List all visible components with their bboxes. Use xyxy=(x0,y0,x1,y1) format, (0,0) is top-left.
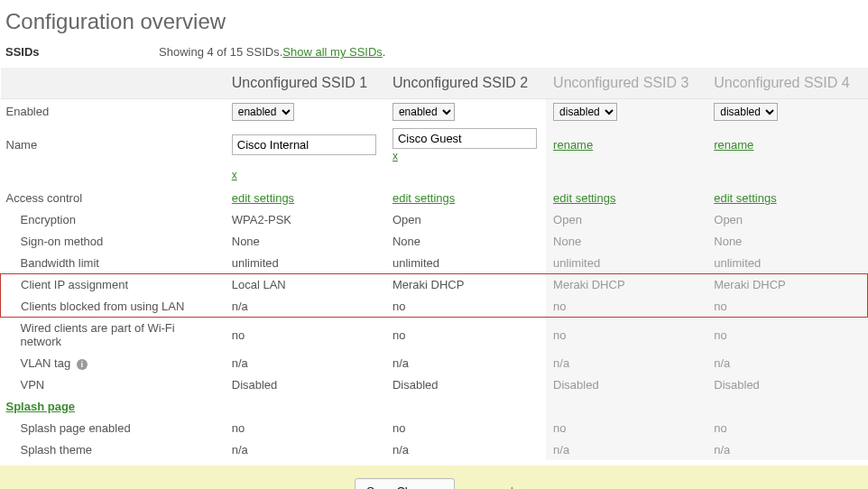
wired-ssid3: no xyxy=(546,318,706,353)
wired-ssid2: no xyxy=(385,318,546,353)
enabled-select-ssid2[interactable]: enabled xyxy=(392,103,455,121)
row-splash-label: Splash page xyxy=(1,395,225,417)
col-header-ssid2: Unconfigured SSID 2 xyxy=(385,68,546,98)
config-table: Unconfigured SSID 1 Unconfigured SSID 2 … xyxy=(0,68,868,460)
ssids-showing-text: Showing 4 of 15 SSIDs. xyxy=(159,45,282,59)
save-button[interactable]: Save Changes xyxy=(355,478,455,489)
enabled-select-ssid3[interactable]: disabled xyxy=(553,103,617,121)
ssids-summary: SSIDs Showing 4 of 15 SSIDs. Show all my… xyxy=(5,45,868,59)
row-bandwidth-label: Bandwidth limit xyxy=(1,253,225,274)
blocked-ssid3: no xyxy=(546,296,706,318)
clientip-ssid1: Local LAN xyxy=(225,274,385,296)
row-splash-theme-label: Splash theme xyxy=(1,438,225,460)
signon-ssid3: None xyxy=(546,231,706,253)
cancel-link[interactable]: cancel xyxy=(479,484,513,489)
row-clientip-label: Client IP assignment xyxy=(1,274,225,296)
name-input-ssid1[interactable] xyxy=(232,134,376,155)
name-input-ssid2[interactable] xyxy=(392,128,537,149)
signon-ssid4: None xyxy=(706,231,867,253)
name-clear-ssid1[interactable]: x xyxy=(232,169,237,181)
edit-settings-ssid3[interactable]: edit settings xyxy=(553,191,615,205)
splash-theme-ssid2: n/a xyxy=(385,438,546,460)
row-enabled-label: Enabled xyxy=(1,98,225,125)
clientip-ssid4: Meraki DHCP xyxy=(706,274,867,296)
splash-enabled-ssid1: no xyxy=(225,417,385,438)
vlan-ssid4: n/a xyxy=(706,352,867,374)
edit-settings-ssid4[interactable]: edit settings xyxy=(714,191,776,205)
wired-ssid1: no xyxy=(225,318,385,353)
row-splash-enabled-label: Splash page enabled xyxy=(1,417,225,438)
vpn-ssid1: Disabled xyxy=(225,374,385,395)
vpn-ssid2: Disabled xyxy=(385,374,546,395)
edit-settings-ssid2[interactable]: edit settings xyxy=(392,191,455,205)
row-encryption-label: Encryption xyxy=(1,209,225,231)
rename-link-ssid3[interactable]: rename xyxy=(553,138,593,152)
page-title: Configuration overview xyxy=(5,9,868,34)
vlan-ssid1: n/a xyxy=(225,352,385,374)
row-access-control-label: Access control xyxy=(1,188,225,209)
encryption-ssid2: Open xyxy=(385,209,546,231)
ssids-label: SSIDs xyxy=(5,45,159,59)
bandwidth-ssid3: unlimited xyxy=(546,253,706,274)
row-name-label: Name xyxy=(1,125,225,166)
row-vlan-label: VLAN tag i xyxy=(1,352,225,374)
edit-settings-ssid1[interactable]: edit settings xyxy=(232,191,294,205)
rename-link-ssid4[interactable]: rename xyxy=(714,138,753,152)
bandwidth-ssid2: unlimited xyxy=(385,253,546,274)
splash-enabled-ssid2: no xyxy=(385,417,546,438)
clientip-ssid3: Meraki DHCP xyxy=(546,274,706,296)
vlan-ssid2: n/a xyxy=(385,352,546,374)
col-header-ssid3: Unconfigured SSID 3 xyxy=(546,68,706,98)
row-signon-label: Sign-on method xyxy=(1,231,225,253)
splash-theme-ssid4: n/a xyxy=(706,438,867,460)
footer-bar: Save Changes or cancel (Please allow 1-2… xyxy=(0,466,868,489)
blocked-ssid2: no xyxy=(385,296,546,318)
vpn-ssid3: Disabled xyxy=(546,374,706,395)
row-wired-label: Wired clients are part of Wi-Fi network xyxy=(1,318,225,353)
vlan-ssid3: n/a xyxy=(546,352,706,374)
wired-ssid4: no xyxy=(706,318,867,353)
clientip-ssid2: Meraki DHCP xyxy=(385,274,546,296)
enabled-select-ssid1[interactable]: enabled xyxy=(232,103,294,121)
bandwidth-ssid1: unlimited xyxy=(225,253,385,274)
splash-enabled-ssid3: no xyxy=(546,417,706,438)
row-vpn-label: VPN xyxy=(1,374,225,395)
info-icon[interactable]: i xyxy=(77,359,88,370)
bandwidth-ssid4: unlimited xyxy=(706,253,867,274)
col-header-ssid1: Unconfigured SSID 1 xyxy=(225,68,385,98)
signon-ssid1: None xyxy=(225,231,385,253)
blocked-ssid1: n/a xyxy=(225,296,385,318)
show-all-ssids-link[interactable]: Show all my SSIDs xyxy=(282,45,383,59)
blocked-ssid4: no xyxy=(706,296,867,318)
col-header-ssid4: Unconfigured SSID 4 xyxy=(706,68,867,98)
name-clear-ssid2[interactable]: x xyxy=(392,150,398,162)
encryption-ssid3: Open xyxy=(546,209,706,231)
enabled-select-ssid4[interactable]: disabled xyxy=(714,103,778,121)
vpn-ssid4: Disabled xyxy=(706,374,867,395)
encryption-ssid1: WPA2-PSK xyxy=(225,209,385,231)
encryption-ssid4: Open xyxy=(706,209,867,231)
splash-page-link[interactable]: Splash page xyxy=(6,400,76,413)
splash-theme-ssid1: n/a xyxy=(225,438,385,460)
row-blocked-label: Clients blocked from using LAN xyxy=(1,296,225,318)
splash-enabled-ssid4: no xyxy=(706,417,867,438)
splash-theme-ssid3: n/a xyxy=(546,438,706,460)
footer-or: or xyxy=(462,484,473,489)
signon-ssid2: None xyxy=(385,231,546,253)
